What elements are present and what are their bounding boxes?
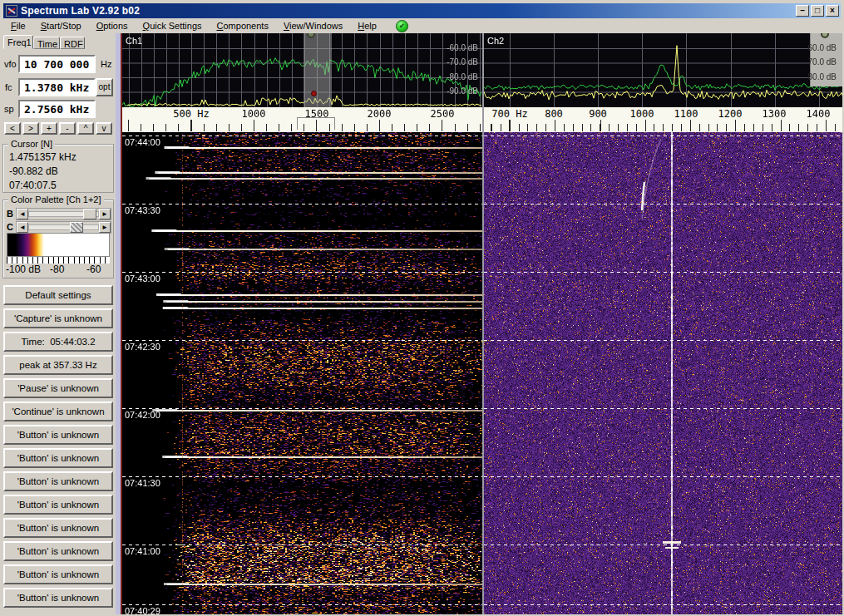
time-label-074130: 07:41:30 bbox=[125, 478, 160, 488]
menu-view-windows[interactable]: View/Windows bbox=[276, 19, 350, 32]
ch2-frequency-scale[interactable]: 700 Hz 800 900 1000 1100 1200 1300 1400 bbox=[484, 107, 844, 132]
app-icon bbox=[6, 5, 17, 17]
ch1-freq-1000: 1000 bbox=[242, 108, 266, 120]
sp-input[interactable]: 2.7560 kHz bbox=[18, 100, 96, 118]
title-bar[interactable]: Spectrum Lab V2.92 b02 – □ × bbox=[3, 3, 841, 18]
time-gridline bbox=[122, 204, 482, 205]
ch2-spectrum-graph[interactable] bbox=[484, 33, 844, 107]
palette-scale-min: -100 dB bbox=[6, 264, 41, 275]
brightness-label: B bbox=[7, 209, 13, 219]
programmable-button-7[interactable]: 'Button' is unknown bbox=[3, 564, 113, 584]
palette-scale-max: -60 bbox=[86, 264, 101, 275]
time-gridline bbox=[484, 340, 844, 341]
brightness-left-arrow[interactable]: ◄ bbox=[17, 209, 28, 219]
ch1-freq-2000: 2000 bbox=[368, 108, 392, 120]
menu-file[interactable]: File bbox=[3, 19, 33, 32]
minimize-button[interactable]: – bbox=[796, 5, 809, 17]
menu-quick-settings[interactable]: Quick Settings bbox=[136, 19, 210, 32]
tab-time[interactable]: Time bbox=[33, 37, 60, 49]
zoom-out-button[interactable]: - bbox=[59, 122, 76, 135]
shift-up-button[interactable]: ^ bbox=[77, 122, 94, 135]
maximize-button[interactable]: □ bbox=[811, 5, 824, 17]
zoom-in-button[interactable]: + bbox=[41, 122, 57, 135]
ch1-db-80: -80.0 dB bbox=[435, 72, 478, 81]
shift-down-button[interactable]: v bbox=[96, 122, 112, 135]
menu-components[interactable]: Components bbox=[210, 19, 276, 32]
vfo-label: vfo bbox=[4, 59, 17, 69]
app-window: Spectrum Lab V2.92 b02 – □ × File Start/… bbox=[0, 0, 844, 616]
ch1-db-70: -70.0 dB bbox=[435, 57, 478, 67]
programmable-button-4[interactable]: 'Button' is unknown bbox=[3, 495, 113, 515]
continue-button[interactable]: 'Continue' is unknown bbox=[3, 402, 113, 421]
ch2-ruler-major-ticks bbox=[484, 120, 844, 131]
close-button[interactable]: × bbox=[826, 5, 839, 17]
menu-options[interactable]: Options bbox=[89, 19, 136, 32]
ch2-freq-800: 800 bbox=[545, 108, 563, 120]
ch2-freq-1400: 1400 bbox=[807, 108, 831, 120]
programmable-button-2[interactable]: 'Button' is unknown bbox=[3, 448, 113, 468]
time-gridline bbox=[484, 604, 844, 605]
contrast-slider[interactable]: ◄ ► bbox=[16, 221, 111, 234]
ch1-frequency-scale[interactable]: 500 Hz 1000 1500 2000 2500 bbox=[122, 107, 482, 132]
time-gridline bbox=[484, 136, 844, 136]
time-label-074330: 07:43:30 bbox=[125, 205, 160, 215]
contrast-label: C bbox=[7, 222, 13, 232]
contrast-thumb[interactable] bbox=[70, 222, 83, 233]
ch2-freq-700: 700 Hz bbox=[491, 108, 527, 120]
ch1-frequency-marker-band[interactable] bbox=[304, 33, 332, 107]
default-settings-button[interactable]: Default settings bbox=[3, 285, 113, 305]
ch2-db-80: 80.0 dB bbox=[793, 72, 837, 81]
tab-freq1[interactable]: Freq1 bbox=[3, 35, 33, 49]
peak-button[interactable]: peak at 357.33 Hz bbox=[3, 355, 113, 375]
cursor-frequency: 1.4751357 kHz bbox=[9, 151, 77, 163]
ch2-waterfall[interactable] bbox=[484, 132, 844, 616]
palette-gradient[interactable] bbox=[7, 233, 110, 257]
time-label-074230: 07:42:30 bbox=[125, 342, 160, 352]
time-gridline bbox=[484, 272, 844, 273]
fc-input[interactable]: 1.3780 kHz bbox=[18, 78, 96, 96]
brightness-thumb[interactable] bbox=[83, 209, 96, 219]
ch2-freq-1000: 1000 bbox=[630, 108, 654, 120]
ch1-spectrum-graph[interactable] bbox=[122, 33, 482, 107]
brightness-right-arrow[interactable]: ► bbox=[99, 209, 111, 219]
vfo-input[interactable]: 10 700 000 bbox=[18, 55, 96, 73]
time-gridline bbox=[122, 136, 482, 136]
pause-button[interactable]: 'Pause' is unknown bbox=[3, 378, 113, 398]
programmable-button-6[interactable]: 'Button' is unknown bbox=[3, 541, 113, 561]
ch2-freq-1300: 1300 bbox=[763, 108, 787, 120]
time-label-074200: 07:42:00 bbox=[125, 410, 160, 420]
brightness-slider[interactable]: ◄ ► bbox=[16, 208, 111, 220]
menu-start-stop[interactable]: Start/Stop bbox=[33, 19, 89, 32]
ch2-freq-1100: 1100 bbox=[674, 108, 698, 120]
tab-rdf[interactable]: RDF bbox=[60, 37, 85, 49]
channel2-pane: Ch2 60.0 dB 70.0 dB 80.0 dB 700 Hz 800 9… bbox=[484, 33, 844, 616]
cursor-panel: Cursor [N] 1.4751357 kHz -90.882 dB 07:4… bbox=[2, 144, 114, 193]
programmable-button-8[interactable]: 'Button' is unknown bbox=[3, 588, 113, 608]
time-gridline bbox=[484, 545, 844, 545]
time-gridline bbox=[484, 476, 844, 477]
time-gridline bbox=[122, 476, 482, 477]
contrast-left-arrow[interactable]: ◄ bbox=[17, 222, 28, 233]
menu-help[interactable]: Help bbox=[350, 19, 384, 32]
time-gridline bbox=[122, 408, 482, 409]
palette-panel-title: Color Palette [Ch 1+2] bbox=[8, 195, 104, 205]
programmable-button-3[interactable]: 'Button' is unknown bbox=[3, 471, 113, 491]
palette-scale-mid: -80 bbox=[50, 264, 64, 275]
cursor-panel-title: Cursor [N] bbox=[8, 139, 55, 149]
cursor-time: 07:40:07.5 bbox=[9, 180, 57, 191]
time-label-074029: 07:40:29 bbox=[125, 606, 160, 616]
contrast-right-arrow[interactable]: ► bbox=[99, 222, 111, 233]
freq-step-left-button[interactable]: < bbox=[4, 122, 21, 135]
programmable-button-5[interactable]: 'Button' is unknown bbox=[3, 518, 113, 538]
time-gridline bbox=[122, 604, 482, 605]
capture-button[interactable]: 'Capture' is unknown bbox=[3, 308, 113, 328]
freq-step-right-button[interactable]: > bbox=[22, 122, 39, 135]
ch1-freq-500: 500 Hz bbox=[173, 108, 209, 120]
cursor-level: -90.882 dB bbox=[9, 165, 58, 177]
ch1-waterfall[interactable] bbox=[122, 132, 482, 616]
opt-button[interactable]: opt bbox=[96, 78, 113, 96]
fc-label: fc bbox=[5, 82, 12, 92]
time-gridline bbox=[122, 545, 482, 545]
programmable-button-1[interactable]: 'Button' is unknown bbox=[3, 425, 113, 445]
time-button[interactable]: Time: 05:44:03.2 bbox=[3, 332, 113, 352]
